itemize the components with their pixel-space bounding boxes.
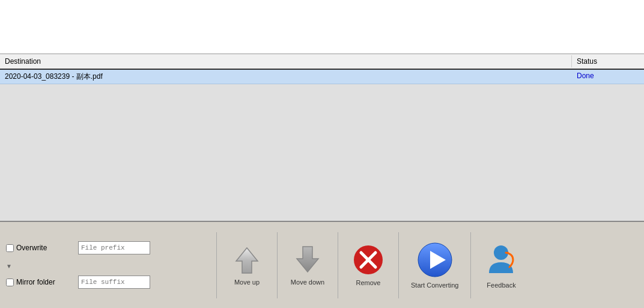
- row-status: Done: [572, 70, 644, 84]
- divider-4: [398, 232, 399, 298]
- divider-5: [470, 232, 471, 298]
- bottom-toolbar: Overwrite ▼ Mirror folder: [0, 221, 644, 308]
- overwrite-checkbox[interactable]: [6, 244, 14, 252]
- svg-marker-0: [236, 248, 258, 273]
- move-up-button[interactable]: [232, 245, 262, 275]
- file-suffix-input[interactable]: [78, 276, 150, 289]
- start-converting-label: Start Converting: [411, 282, 458, 289]
- overwrite-row: Overwrite: [6, 241, 210, 254]
- move-down-section: Move down: [284, 245, 332, 286]
- feedback-button[interactable]: [483, 242, 519, 278]
- feedback-section: Feedback: [477, 242, 525, 289]
- divider-3: [338, 232, 338, 298]
- move-down-label: Move down: [291, 279, 324, 286]
- move-up-section: Move up: [223, 245, 271, 286]
- row-destination: 2020-04-03_083239 - 副本.pdf: [0, 70, 572, 84]
- mirror-folder-label: Mirror folder: [6, 278, 72, 286]
- table-empty-area: [0, 84, 644, 221]
- header-destination: Destination: [0, 55, 572, 67]
- table-row[interactable]: 2020-04-03_083239 - 副本.pdf Done: [0, 70, 644, 84]
- remove-button[interactable]: [353, 244, 384, 276]
- table-header: Destination Status: [0, 54, 644, 70]
- mirror-folder-row: Mirror folder: [6, 276, 210, 289]
- options-panel: Overwrite ▼ Mirror folder: [6, 241, 210, 289]
- feedback-label: Feedback: [487, 282, 515, 289]
- remove-label: Remove: [356, 279, 381, 286]
- start-converting-button[interactable]: [417, 242, 453, 278]
- mirror-folder-checkbox[interactable]: [6, 279, 14, 286]
- remove-section: Remove: [344, 244, 392, 286]
- move-down-button[interactable]: [293, 245, 323, 275]
- dropdown-arrow: ▼: [6, 263, 12, 270]
- table-area: Destination Status 2020-04-03_083239 - 副…: [0, 54, 644, 221]
- start-converting-section: Start Converting: [405, 242, 464, 289]
- svg-marker-1: [297, 247, 318, 272]
- header-status: Status: [572, 55, 644, 67]
- divider-2: [277, 232, 278, 298]
- top-area: [0, 0, 644, 54]
- overwrite-label: Overwrite: [6, 244, 72, 252]
- move-up-label: Move up: [234, 279, 260, 286]
- file-prefix-input[interactable]: [78, 241, 150, 254]
- divider-1: [216, 232, 217, 298]
